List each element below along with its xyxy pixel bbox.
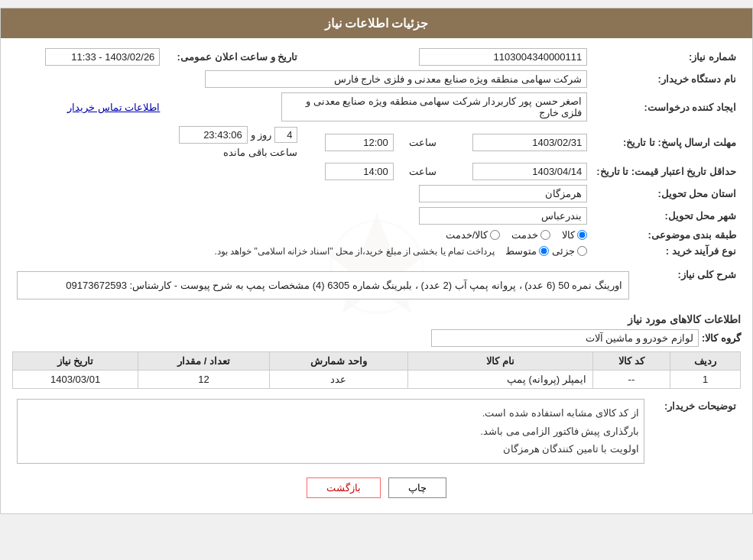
col-row: ردیف [670,352,741,371]
send-remaining: 23:43:06 [179,126,248,144]
cell-unit: عدد [269,371,407,389]
goods-group-row: گروه کالا: لوازم خودرو و ماشین آلات [12,329,741,347]
send-time-label: ساعت [409,137,437,148]
send-deadline-label: مهلت ارسال پاسخ: تا تاریخ: [592,124,741,160]
cell-quantity: 12 [138,371,270,389]
category-label-both: کالا/خدمت [446,229,488,241]
category-option-kala[interactable]: کالا [562,229,587,241]
process-type-label: نوع فرآیند خرید : [592,243,741,259]
general-desc-table: شرح کلی نیاز: اورینگ نمره 50 (6 عدد) ، پ… [12,265,741,306]
page-title: جزئیات اطلاعات نیاز [325,17,429,30]
category-label-kala: کالا [562,229,575,241]
category-radio-both[interactable] [490,230,500,240]
price-deadline-label: حداقل تاریخ اعتبار قیمت: تا تاریخ: [592,160,741,183]
table-row: 1 -- ایمپلر (پروانه) پمپ عدد 12 1403/03/… [13,371,741,389]
buyer-station-row: نام دستگاه خریدار: شرکت سهامی منطقه ویژه… [12,68,741,90]
buyer-desc-table: توضیحات خریدار: از کد کالای مشابه استفاد… [12,397,741,465]
desc-line: از کد کالای مشابه استفاده شده است. [22,404,639,422]
contact-info-link[interactable]: اطلاعات تماس خریدار [67,102,160,113]
buyer-desc-row: توضیحات خریدار: از کد کالای مشابه استفاد… [12,397,741,465]
buyer-station-label: نام دستگاه خریدار: [592,68,741,90]
send-remaining-label: ساعت باقی مانده [223,147,297,158]
cell-row: 1 [670,371,741,389]
province-value: هرمزگان [419,185,587,202]
category-option-both[interactable]: کالا/خدمت [446,229,501,241]
col-name: نام کالا [408,352,593,371]
desc-line: بارگذاری پیش فاکتور الزامی می باشد. [22,422,639,440]
province-row: استان محل تحویل: هرمزگان [12,183,741,205]
page-header: جزئیات اطلاعات نیاز [1,8,752,38]
requester-value: اصغر حسن پور کاربردار شرکت سهامی منطقه و… [281,92,587,121]
process-note: پرداخت تمام یا بخشی از مبلغ خرید،از محل … [214,246,495,257]
category-radio-khedmat[interactable] [540,230,550,240]
category-row: طبقه بندی موضوعی: کالا خدمت [12,227,741,243]
send-days-value: 4 [274,127,297,143]
city-row: شهر محل تحویل: بندرعباس [12,205,741,227]
button-row: چاپ بازگشت [12,477,741,498]
category-option-khedmat[interactable]: خدمت [511,229,550,241]
process-type-row: نوع فرآیند خرید : جزئی متوسط پرداخت [12,243,741,259]
cell-code: -- [592,371,670,389]
col-code: کد کالا [592,352,670,371]
province-label: استان محل تحویل: [592,183,741,205]
process-option-medium[interactable]: متوسط [505,245,549,257]
buyer-station-value: شرکت سهامی منطقه ویژه صنایع معدنی و فلزی… [205,70,587,88]
price-deadline-row: حداقل تاریخ اعتبار قیمت: تا تاریخ: 1403/… [12,160,741,183]
col-quantity: تعداد / مقدار [138,352,270,371]
general-desc-label: شرح کلی نیاز: [634,265,741,306]
goods-group-value: لوازم خودرو و ماشین آلات [431,329,699,347]
need-number-row: شماره نیاز: 1103004340000111 تاریخ و ساع… [12,46,741,68]
cell-name: ایمپلر (پروانه) پمپ [408,371,593,389]
category-label: طبقه بندی موضوعی: [592,227,741,243]
general-desc-row: شرح کلی نیاز: اورینگ نمره 50 (6 عدد) ، پ… [12,265,741,306]
price-time-label: ساعت [409,166,437,177]
announcement-label: تاریخ و ساعت اعلان عمومی: [164,46,302,68]
requester-row: ایجاد کننده درخواست: اصغر حسن پور کاربرد… [12,90,741,124]
goods-table: ردیف کد کالا نام کالا واحد شمارش تعداد /… [12,351,741,389]
desc-line: اولویت با تامین کنندگان هرمزگان [22,440,639,458]
back-button[interactable]: بازگشت [307,477,381,498]
process-radio-medium[interactable] [539,246,549,256]
info-table: شماره نیاز: 1103004340000111 تاریخ و ساع… [12,46,741,259]
city-value: بندرعباس [419,207,587,225]
goods-section-title: اطلاعات کالاهای مورد نیاز [12,313,741,325]
process-label-medium: متوسط [505,245,537,257]
buyer-desc-content: از کد کالای مشابه استفاده شده است.بارگذا… [17,399,644,463]
col-date: تاریخ نیاز [13,352,138,371]
goods-table-header: ردیف کد کالا نام کالا واحد شمارش تعداد /… [13,352,741,371]
process-option-partial[interactable]: جزئی [552,245,587,257]
need-number-value: 1103004340000111 [419,48,587,66]
need-number-label: شماره نیاز: [592,46,741,68]
send-deadline-row: مهلت ارسال پاسخ: تا تاریخ: 1403/02/31 سا… [12,124,741,160]
requester-label: ایجاد کننده درخواست: [592,90,741,124]
general-desc-value: اورینگ نمره 50 (6 عدد) ، پروانه پمپ آب (… [17,271,629,299]
send-date: 1403/02/31 [472,134,587,151]
process-label-partial: جزئی [552,245,575,257]
col-unit: واحد شمارش [269,352,407,371]
goods-group-label: گروه کالا: [702,332,741,344]
category-radio-kala[interactable] [577,230,587,240]
send-days-label: روز و [251,129,272,141]
process-radio-partial[interactable] [577,246,587,256]
send-time: 12:00 [325,134,394,151]
city-label: شهر محل تحویل: [592,205,741,227]
goods-header-row: ردیف کد کالا نام کالا واحد شمارش تعداد /… [13,352,741,371]
cell-date: 1403/03/01 [13,371,138,389]
price-time: 14:00 [325,163,394,180]
goods-table-body: 1 -- ایمپلر (پروانه) پمپ عدد 12 1403/03/… [13,371,741,389]
buyer-desc-label: توضیحات خریدار: [649,397,741,465]
print-button[interactable]: چاپ [388,477,446,498]
category-label-khedmat: خدمت [511,229,538,241]
announcement-date: 1403/02/26 - 11:33 [45,48,160,66]
price-date: 1403/04/14 [472,163,587,180]
